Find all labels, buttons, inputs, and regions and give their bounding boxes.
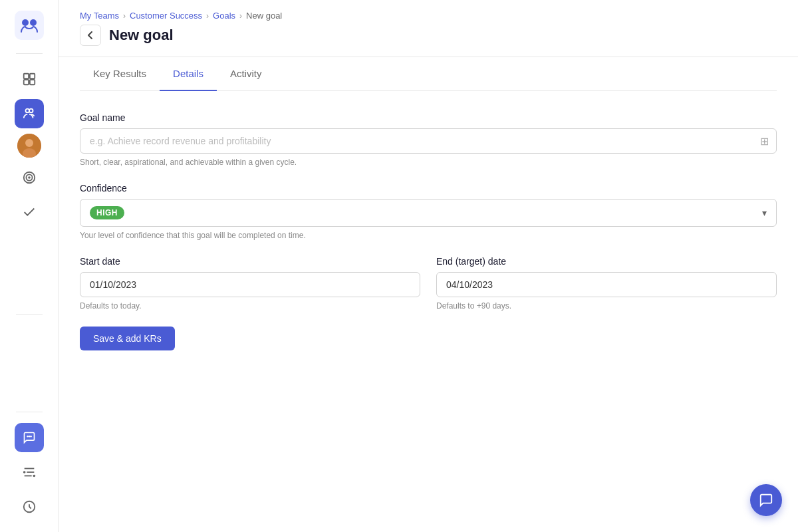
sidebar-bottom-section [15, 406, 44, 521]
goal-name-hint: Short, clear, aspirational, and achievab… [80, 158, 777, 167]
breadcrumb-customer-success[interactable]: Customer Success [130, 11, 202, 21]
end-date-label: End (target) date [436, 256, 777, 267]
svg-point-1 [22, 19, 29, 26]
user-avatar[interactable] [17, 134, 41, 158]
svg-point-8 [29, 109, 33, 113]
sidebar-item-tasks[interactable] [15, 198, 44, 227]
goal-form: Goal name ⊞ Short, clear, aspirational, … [80, 112, 777, 350]
svg-line-25 [29, 507, 31, 509]
breadcrumb-current: New goal [246, 11, 282, 21]
confidence-badge: HIGH [90, 206, 124, 219]
sidebar-item-settings[interactable] [15, 458, 44, 487]
tab-bar: Key Results Details Activity [80, 57, 777, 91]
start-date-label: Start date [80, 256, 420, 267]
goal-name-input[interactable] [80, 128, 777, 154]
breadcrumb-sep-1: › [123, 11, 126, 21]
svg-point-2 [30, 19, 37, 26]
sidebar-divider-top [16, 53, 43, 54]
confidence-label: Confidence [80, 183, 777, 194]
tab-details[interactable]: Details [160, 57, 217, 91]
breadcrumb: My Teams › Customer Success › Goals › Ne… [80, 11, 777, 21]
svg-point-21 [23, 471, 25, 473]
goal-name-group: Goal name ⊞ Short, clear, aspirational, … [80, 112, 777, 167]
confidence-group: Confidence HIGH ▾ Your level of confiden… [80, 183, 777, 240]
breadcrumb-my-teams[interactable]: My Teams [80, 11, 119, 21]
svg-rect-6 [29, 80, 34, 84]
sidebar [0, 0, 59, 532]
breadcrumb-sep-2: › [206, 11, 209, 21]
tab-key-results[interactable]: Key Results [80, 57, 160, 91]
goal-name-icon: ⊞ [760, 135, 769, 148]
date-row: Start date Defaults to today. End (targe… [80, 256, 777, 311]
sidebar-item-teams[interactable] [15, 99, 44, 128]
tab-activity[interactable]: Activity [217, 57, 275, 91]
page-title: New goal [109, 27, 174, 44]
svg-rect-0 [15, 11, 44, 40]
sidebar-item-logout[interactable] [15, 492, 44, 521]
sidebar-chat-button[interactable] [15, 423, 44, 452]
svg-point-22 [33, 475, 35, 477]
main-content: My Teams › Customer Success › Goals › Ne… [59, 0, 798, 532]
back-button[interactable] [80, 25, 101, 46]
page-header: My Teams › Customer Success › Goals › Ne… [59, 0, 798, 57]
start-date-hint: Defaults to today. [80, 301, 420, 311]
sidebar-item-goals[interactable] [15, 163, 44, 192]
breadcrumb-sep-3: › [239, 11, 242, 21]
app-logo[interactable] [15, 11, 44, 43]
svg-rect-4 [29, 74, 34, 78]
title-row: New goal [80, 25, 777, 46]
svg-rect-3 [23, 74, 28, 78]
confidence-hint: Your level of confidence that this goal … [80, 231, 777, 240]
chat-widget[interactable] [750, 484, 782, 516]
sidebar-divider-bottom [16, 314, 43, 315]
end-date-group: End (target) date Defaults to +90 days. [436, 256, 777, 311]
confidence-wrapper: HIGH ▾ [80, 199, 777, 227]
chevron-down-icon: ▾ [762, 207, 767, 218]
content-area: Key Results Details Activity Goal name ⊞… [59, 57, 798, 532]
start-date-input[interactable] [80, 272, 420, 297]
end-date-hint: Defaults to +90 days. [436, 301, 777, 311]
end-date-input[interactable] [436, 272, 777, 297]
goal-name-input-wrapper: ⊞ [80, 128, 777, 154]
svg-point-14 [29, 177, 30, 178]
start-date-group: Start date Defaults to today. [80, 256, 420, 311]
svg-rect-5 [23, 80, 28, 84]
goal-name-label: Goal name [80, 112, 777, 123]
confidence-select[interactable]: HIGH ▾ [80, 199, 777, 227]
sidebar-bottom-divider [16, 412, 43, 412]
svg-point-10 [25, 139, 33, 147]
sidebar-item-one-on-one[interactable] [15, 65, 44, 94]
save-add-krs-button[interactable]: Save & add KRs [80, 327, 175, 350]
breadcrumb-goals[interactable]: Goals [213, 11, 235, 21]
